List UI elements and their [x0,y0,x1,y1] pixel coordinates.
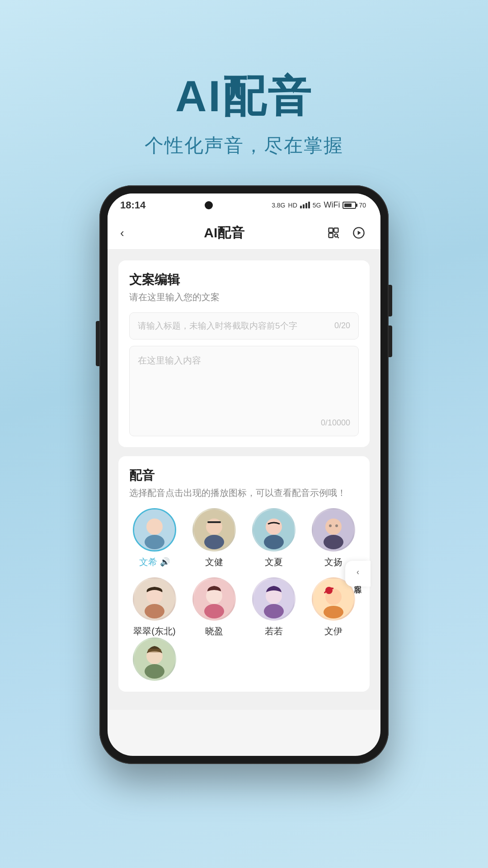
cs-chevron-icon: ‹ [357,567,359,577]
status-icons: 3.8G HD 5G WiFi 70 [272,200,366,210]
svg-point-12 [206,519,222,535]
voice-grid-row3 [129,637,359,681]
svg-point-28 [204,604,224,618]
voice-item-ruoruo[interactable]: 若若 [249,577,299,637]
avatar-ruoruo [252,577,296,621]
signal-bars [300,202,310,208]
svg-marker-6 [358,231,361,235]
voice-item-xiaoying[interactable]: 晓盈 [189,577,239,637]
voice-desc: 选择配音点击出现的播放图标，可以查看配音示例哦！ [129,487,359,499]
avatar-wenxi [133,508,176,552]
copywriting-title: 文案编辑 [129,271,359,288]
5g-label: 5G [313,202,321,209]
voice-name-wenjian: 文健 [205,556,223,568]
voice-section: 配音 选择配音点击出现的播放图标，可以查看配音示例哦！ [118,456,370,692]
copywriting-section: 文案编辑 请在这里输入您的文案 请输入标题，未输入时将截取内容前5个字 0/20 [118,260,370,447]
title-counter: 0/20 [334,321,350,330]
battery-percent: 70 [359,202,366,209]
signal-bar-4 [308,202,310,208]
hd-label: HD [288,202,297,209]
page-header: AI配音 个性化声音，尽在掌握 [0,72,488,158]
volume-down-button [389,326,392,357]
avatar-wenxia [252,508,296,552]
status-time: 18:14 [120,199,145,211]
signal-bar-3 [305,203,307,208]
svg-rect-2 [328,233,333,237]
phone-screen: 18:14 3.8G HD 5G WiFi [108,193,380,756]
svg-line-4 [338,237,339,238]
content-input[interactable]: 在这里输入内容 0/10000 [129,346,359,436]
title-input-row[interactable]: 请输入标题，未输入时将截取内容前5个字 0/20 [129,312,359,340]
content-area: 文案编辑 请在这里输入您的文案 请输入标题，未输入时将截取内容前5个字 0/20 [108,250,380,710]
svg-point-8 [146,519,163,535]
voice-name-wenxi: 文希 [139,556,157,568]
voice-item-row3[interactable] [129,637,180,681]
svg-rect-14 [207,521,221,523]
avatar-wenyang [312,508,355,552]
avatar-wenjian [192,508,236,552]
signal-bar-1 [300,206,302,208]
phone-frame: 18:14 3.8G HD 5G WiFi [99,185,389,764]
power-button [96,321,99,366]
main-title: AI配音 [0,72,488,120]
svg-point-21 [329,524,332,527]
signal-bar-2 [303,204,305,208]
speaker-icon-wenxi: 🔊 [160,557,170,567]
svg-rect-0 [328,228,333,232]
svg-point-34 [324,606,343,618]
back-button[interactable]: ‹ [120,226,124,240]
nav-actions [324,224,368,242]
svg-rect-1 [334,228,338,232]
customer-service-button[interactable]: ‹ 客服 [345,561,371,587]
avatar-cuicui [133,577,176,621]
voice-name-row-wenxi: 文希 🔊 [139,556,170,568]
screen-content[interactable]: 文案编辑 请在这里输入您的文案 请输入标题，未输入时将截取内容前5个字 0/20 [108,250,380,756]
svg-point-20 [324,535,343,549]
avatar-row3 [133,637,176,681]
phone-mockup: 18:14 3.8G HD 5G WiFi [99,185,389,764]
voice-item-cuicui[interactable]: 翠翠(东北) [129,577,180,637]
battery-fill [344,203,351,207]
copywriting-desc: 请在这里输入您的文案 [129,291,359,303]
voice-name-wenyang: 文扬 [324,556,343,568]
front-camera [205,201,213,209]
voice-name-wenxia: 文夏 [265,556,283,568]
voice-name-cuicui: 翠翠(东北) [133,625,175,637]
svg-point-16 [266,519,282,535]
voice-item-wenxi[interactable]: 文希 🔊 [129,508,180,568]
avatar-xiaoying [192,577,236,621]
svg-point-38 [145,664,164,679]
title-placeholder: 请输入标题，未输入时将截取内容前5个字 [138,320,297,332]
voice-name-wenyi: 文伊 [324,625,343,637]
wifi-icon: WiFi [324,200,340,210]
cs-label: 客服 [352,579,363,580]
svg-rect-39 [148,649,161,652]
svg-point-13 [204,535,224,549]
battery-icon [343,202,356,209]
status-bar: 18:14 3.8G HD 5G WiFi [108,193,380,217]
svg-point-31 [264,604,284,618]
subtitle: 个性化声音，尽在掌握 [0,133,488,158]
voice-name-xiaoying: 晓盈 [205,625,223,637]
play-button[interactable] [350,224,368,242]
svg-point-25 [145,604,164,618]
svg-point-9 [145,535,164,549]
page-background: AI配音 个性化声音，尽在掌握 18:14 3.8G HD [0,0,488,868]
search-button[interactable] [324,224,343,242]
voice-title: 配音 [129,467,359,484]
content-placeholder: 在这里输入内容 [138,354,350,367]
svg-point-3 [334,234,338,237]
volume-up-button [389,285,392,316]
voice-item-wenyang[interactable]: 文扬 [308,508,359,568]
nav-bar: ‹ AI配音 [108,217,380,250]
content-counter: 0/10000 [138,418,350,428]
voice-grid: 文希 🔊 [129,508,359,637]
voice-name-ruoruo: 若若 [265,625,283,637]
voice-item-wenjian[interactable]: 文健 [189,508,239,568]
nav-title: AI配音 [204,224,244,242]
svg-point-22 [335,524,338,527]
svg-point-19 [325,519,342,535]
voice-item-wenxia[interactable]: 文夏 [249,508,299,568]
network-type: 3.8G [272,202,285,209]
svg-point-17 [264,535,284,549]
